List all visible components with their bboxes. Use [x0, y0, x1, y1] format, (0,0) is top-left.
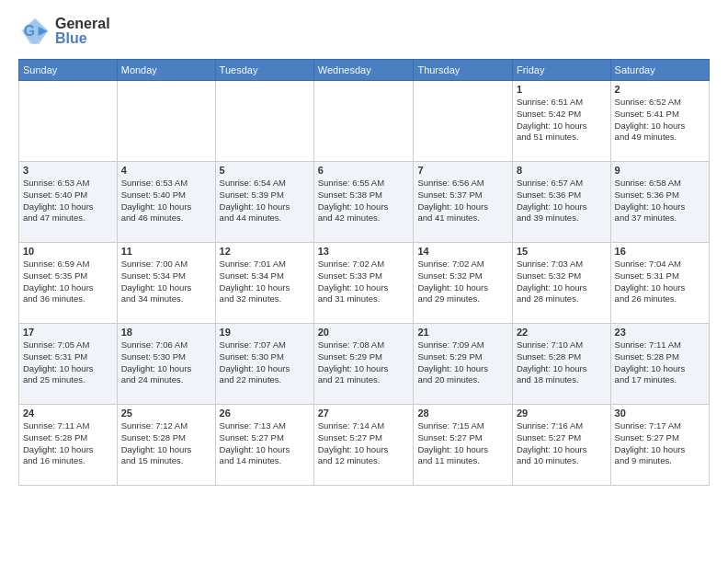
day-number: 28	[417, 408, 508, 419]
calendar-cell: 30Sunrise: 7:17 AMSunset: 5:27 PMDayligh…	[610, 405, 709, 486]
calendar-cell: 21Sunrise: 7:09 AMSunset: 5:29 PMDayligh…	[414, 324, 513, 405]
day-info: Sunrise: 7:15 AMSunset: 5:27 PMDaylight:…	[417, 420, 508, 467]
day-info: Sunrise: 7:02 AMSunset: 5:32 PMDaylight:…	[417, 259, 508, 305]
day-number: 30	[615, 408, 705, 419]
day-number: 2	[615, 84, 705, 95]
day-info: Sunrise: 7:01 AMSunset: 5:34 PMDaylight:…	[220, 259, 310, 305]
svg-text:G: G	[24, 23, 35, 39]
day-info: Sunrise: 7:11 AMSunset: 5:28 PMDaylight:…	[23, 420, 113, 467]
weekday-header-wednesday: Wednesday	[313, 60, 414, 81]
day-number: 18	[121, 327, 211, 338]
calendar-cell: 8Sunrise: 6:57 AMSunset: 5:36 PMDaylight…	[512, 162, 610, 243]
calendar-cell: 7Sunrise: 6:56 AMSunset: 5:37 PMDaylight…	[414, 162, 513, 243]
day-info: Sunrise: 7:05 AMSunset: 5:31 PMDaylight:…	[23, 339, 113, 386]
day-number: 6	[318, 165, 410, 176]
week-row-3: 10Sunrise: 6:59 AMSunset: 5:35 PMDayligh…	[19, 243, 710, 324]
calendar-cell	[19, 81, 118, 162]
calendar-cell: 19Sunrise: 7:07 AMSunset: 5:30 PMDayligh…	[215, 324, 313, 405]
calendar-cell: 17Sunrise: 7:05 AMSunset: 5:31 PMDayligh…	[19, 324, 118, 405]
calendar-cell: 3Sunrise: 6:53 AMSunset: 5:40 PMDaylight…	[19, 162, 118, 243]
calendar-cell	[414, 81, 513, 162]
calendar-cell: 4Sunrise: 6:53 AMSunset: 5:40 PMDaylight…	[117, 162, 215, 243]
day-info: Sunrise: 6:56 AMSunset: 5:37 PMDaylight:…	[417, 178, 508, 224]
day-number: 25	[121, 408, 211, 419]
day-number: 4	[121, 165, 211, 176]
logo-icon: G	[18, 15, 51, 48]
calendar-cell: 20Sunrise: 7:08 AMSunset: 5:29 PMDayligh…	[313, 324, 414, 405]
calendar-cell: 26Sunrise: 7:13 AMSunset: 5:27 PMDayligh…	[215, 405, 313, 486]
day-info: Sunrise: 6:53 AMSunset: 5:40 PMDaylight:…	[121, 178, 211, 224]
calendar-cell: 25Sunrise: 7:12 AMSunset: 5:28 PMDayligh…	[117, 405, 215, 486]
day-number: 1	[517, 84, 607, 95]
day-number: 7	[417, 165, 508, 176]
calendar-cell	[117, 81, 215, 162]
calendar-cell: 15Sunrise: 7:03 AMSunset: 5:32 PMDayligh…	[512, 243, 610, 324]
weekday-header-saturday: Saturday	[610, 60, 709, 81]
day-number: 21	[417, 327, 508, 338]
calendar-cell: 24Sunrise: 7:11 AMSunset: 5:28 PMDayligh…	[19, 405, 118, 486]
calendar-cell: 10Sunrise: 6:59 AMSunset: 5:35 PMDayligh…	[19, 243, 118, 324]
day-info: Sunrise: 7:03 AMSunset: 5:32 PMDaylight:…	[517, 259, 607, 305]
day-info: Sunrise: 7:06 AMSunset: 5:30 PMDaylight:…	[121, 339, 211, 386]
day-info: Sunrise: 7:17 AMSunset: 5:27 PMDaylight:…	[615, 420, 705, 467]
weekday-header-monday: Monday	[117, 60, 215, 81]
day-number: 27	[318, 408, 410, 419]
calendar-cell: 2Sunrise: 6:52 AMSunset: 5:41 PMDaylight…	[610, 81, 709, 162]
day-number: 10	[23, 246, 113, 257]
day-number: 14	[417, 246, 508, 257]
day-info: Sunrise: 6:52 AMSunset: 5:41 PMDaylight:…	[615, 97, 705, 144]
day-number: 12	[220, 246, 310, 257]
week-row-5: 24Sunrise: 7:11 AMSunset: 5:28 PMDayligh…	[19, 405, 710, 486]
day-number: 29	[517, 408, 607, 419]
calendar: SundayMondayTuesdayWednesdayThursdayFrid…	[18, 59, 710, 486]
day-number: 26	[220, 408, 310, 419]
day-number: 17	[23, 327, 113, 338]
day-info: Sunrise: 7:02 AMSunset: 5:33 PMDaylight:…	[318, 259, 410, 305]
day-number: 3	[23, 165, 113, 176]
weekday-header-row: SundayMondayTuesdayWednesdayThursdayFrid…	[19, 60, 710, 81]
day-number: 19	[220, 327, 310, 338]
day-number: 9	[615, 165, 705, 176]
calendar-cell	[215, 81, 313, 162]
day-number: 20	[318, 327, 410, 338]
day-number: 13	[318, 246, 410, 257]
day-info: Sunrise: 7:11 AMSunset: 5:28 PMDaylight:…	[615, 339, 705, 386]
week-row-2: 3Sunrise: 6:53 AMSunset: 5:40 PMDaylight…	[19, 162, 710, 243]
day-info: Sunrise: 7:13 AMSunset: 5:27 PMDaylight:…	[220, 420, 310, 467]
day-number: 23	[615, 327, 705, 338]
calendar-cell: 13Sunrise: 7:02 AMSunset: 5:33 PMDayligh…	[313, 243, 414, 324]
day-info: Sunrise: 7:14 AMSunset: 5:27 PMDaylight:…	[318, 420, 410, 467]
calendar-cell: 22Sunrise: 7:10 AMSunset: 5:28 PMDayligh…	[512, 324, 610, 405]
header: G General Blue	[18, 15, 710, 48]
day-info: Sunrise: 7:07 AMSunset: 5:30 PMDaylight:…	[220, 339, 310, 386]
day-info: Sunrise: 6:51 AMSunset: 5:42 PMDaylight:…	[517, 97, 607, 144]
calendar-cell: 28Sunrise: 7:15 AMSunset: 5:27 PMDayligh…	[414, 405, 513, 486]
day-info: Sunrise: 6:55 AMSunset: 5:38 PMDaylight:…	[318, 178, 410, 224]
day-info: Sunrise: 7:04 AMSunset: 5:31 PMDaylight:…	[615, 259, 705, 305]
day-number: 8	[517, 165, 607, 176]
page: G General Blue SundayMondayTuesdayWednes…	[0, 0, 728, 495]
day-info: Sunrise: 6:54 AMSunset: 5:39 PMDaylight:…	[220, 178, 310, 224]
day-info: Sunrise: 7:12 AMSunset: 5:28 PMDaylight:…	[121, 420, 211, 467]
calendar-cell: 27Sunrise: 7:14 AMSunset: 5:27 PMDayligh…	[313, 405, 414, 486]
day-number: 16	[615, 246, 705, 257]
day-number: 15	[517, 246, 607, 257]
week-row-1: 1Sunrise: 6:51 AMSunset: 5:42 PMDaylight…	[19, 81, 710, 162]
day-number: 5	[220, 165, 310, 176]
weekday-header-tuesday: Tuesday	[215, 60, 313, 81]
calendar-cell: 9Sunrise: 6:58 AMSunset: 5:36 PMDaylight…	[610, 162, 709, 243]
calendar-cell	[313, 81, 414, 162]
day-number: 24	[23, 408, 113, 419]
day-info: Sunrise: 7:09 AMSunset: 5:29 PMDaylight:…	[417, 339, 508, 386]
day-number: 22	[517, 327, 607, 338]
day-info: Sunrise: 7:00 AMSunset: 5:34 PMDaylight:…	[121, 259, 211, 305]
calendar-cell: 5Sunrise: 6:54 AMSunset: 5:39 PMDaylight…	[215, 162, 313, 243]
logo-text: General Blue	[55, 16, 110, 46]
weekday-header-thursday: Thursday	[414, 60, 513, 81]
calendar-cell: 6Sunrise: 6:55 AMSunset: 5:38 PMDaylight…	[313, 162, 414, 243]
calendar-cell: 18Sunrise: 7:06 AMSunset: 5:30 PMDayligh…	[117, 324, 215, 405]
calendar-cell: 12Sunrise: 7:01 AMSunset: 5:34 PMDayligh…	[215, 243, 313, 324]
calendar-cell: 16Sunrise: 7:04 AMSunset: 5:31 PMDayligh…	[610, 243, 709, 324]
calendar-cell: 11Sunrise: 7:00 AMSunset: 5:34 PMDayligh…	[117, 243, 215, 324]
day-number: 11	[121, 246, 211, 257]
